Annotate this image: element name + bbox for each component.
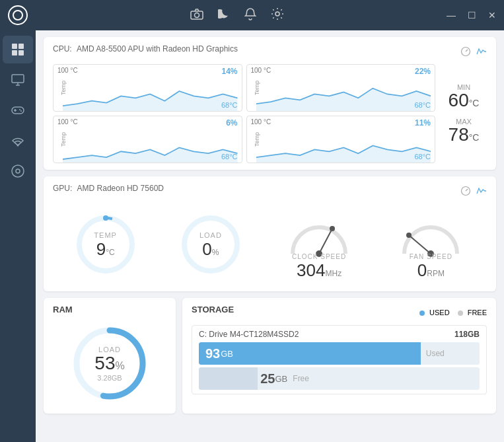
moon-icon[interactable] [218, 8, 230, 23]
gpu-fan-svg [394, 207, 467, 257]
drive-size: 118GB [454, 330, 480, 339]
svg-rect-5 [12, 50, 17, 55]
cpu-title: CPU: AMD A8-5500 APU with Radeon HD Grap… [53, 44, 238, 54]
gpu-name: AMD Radeon HD 7560D [77, 184, 164, 193]
legend-free: FREE [458, 309, 487, 316]
sidebar-item-disc[interactable] [3, 157, 33, 185]
sidebar-item-home[interactable] [3, 36, 33, 63]
drive-name-row: C: Drive M4-CT128M4SSD2 118GB [199, 330, 480, 339]
sidebar-item-network[interactable] [3, 127, 33, 155]
gpu-load-value-wrap: LOAD 0 % [199, 229, 222, 260]
gpu-clock-unit: MHz [325, 269, 342, 278]
gpu-icon-group [460, 186, 487, 196]
gpu-fan-gauge: FAN SPEED 0 RPM [394, 207, 467, 281]
cpu-content: 100 °C 14% Temp 68°C 100 °C 22% Temp [53, 64, 487, 163]
cpu-graph-4-percent: 11% [415, 118, 431, 128]
used-bar-track: 93 GB Used [199, 342, 480, 365]
bell-icon[interactable] [244, 7, 256, 24]
sidebar-item-monitor[interactable] [3, 66, 33, 94]
ram-load-pct: % [115, 360, 124, 372]
app-logo [8, 5, 28, 25]
free-bar-track: 25 GB Free [199, 367, 480, 390]
svg-point-1 [195, 13, 199, 17]
cpu-graphs: 100 °C 14% Temp 68°C 100 °C 22% Temp [53, 64, 435, 163]
gpu-load-label: LOAD [199, 231, 222, 239]
ram-gauge-wrap: LOAD 53 % 3.28GB [70, 324, 149, 403]
cpu-graph-3-percent: 6% [226, 118, 237, 128]
free-bar-container: 25 GB Free [199, 367, 480, 390]
gpu-fan-value: 0 [417, 260, 427, 281]
free-bar-fill [199, 367, 258, 390]
cpu-card: CPU: AMD A8-5500 APU with Radeon HD Grap… [44, 37, 496, 170]
close-button[interactable]: ✕ [488, 10, 496, 20]
legend-used: USED [419, 309, 450, 316]
cpu-graph-3: 100 °C 6% Temp 68°C [53, 116, 242, 163]
storage-card: STORAGE USED FREE [182, 298, 496, 414]
drive-row: C: Drive M4-CT128M4SSD2 118GB 93 GB Use [192, 325, 487, 394]
cpu-icon-group [460, 46, 487, 57]
cpu-graph-1-percent: 14% [221, 67, 237, 76]
gpu-temp-circle: TEMP 9 °C [73, 211, 139, 277]
sidebar [0, 30, 36, 442]
svg-point-9 [19, 109, 20, 110]
legend-used-label: USED [429, 309, 450, 316]
cpu-min-unit: °C [469, 98, 480, 108]
cpu-graph-1-temp: 68°C [221, 101, 238, 109]
storage-legend: USED FREE [419, 309, 487, 316]
maximize-button[interactable]: ☐ [468, 10, 476, 20]
gpu-temp-value: 9 [96, 239, 106, 260]
gpu-header-row: GPU: AMD Radeon HD 7560D [53, 183, 487, 198]
svg-point-12 [12, 165, 24, 177]
legend-free-label: FREE [468, 309, 487, 316]
svg-point-10 [20, 110, 22, 112]
cpu-min-value: 60 [449, 91, 469, 110]
free-bar-value: 25 [260, 371, 275, 387]
cpu-graph-1: 100 °C 14% Temp 68°C [53, 64, 242, 112]
app-logo-inner [13, 10, 23, 20]
svg-point-13 [16, 169, 20, 173]
gpu-clock-value: 304 [297, 260, 325, 281]
gpu-fan-label: FAN SPEED [410, 253, 452, 260]
gpu-waveform-icon [476, 186, 487, 196]
storage-bars: 93 GB Used 25 [199, 342, 480, 390]
cpu-section-label: CPU: [53, 44, 72, 54]
sidebar-item-gamepad[interactable] [3, 96, 33, 124]
svg-point-22 [330, 226, 335, 231]
gpu-clock-svg [283, 207, 355, 257]
screenshot-icon[interactable] [190, 8, 203, 23]
svg-rect-4 [18, 44, 24, 49]
bottom-section: RAM LOAD 53 % [44, 298, 496, 414]
cpu-graph-4-temp: 68°C [414, 153, 431, 161]
legend-used-dot [419, 311, 425, 316]
cpu-graph-1-max: 100 °C [57, 67, 78, 74]
cpu-graph-3-max: 100 °C [57, 118, 78, 126]
svg-rect-7 [12, 75, 24, 83]
gpu-content: TEMP 9 °C [53, 203, 487, 285]
ram-load-gb: 3.28GB [94, 373, 124, 381]
gpu-load-gauge: LOAD 0 % [178, 211, 244, 277]
cpu-header-row: CPU: AMD A8-5500 APU with Radeon HD Grap… [53, 44, 487, 59]
cpu-min-stat: MIN 60 °C [449, 83, 480, 110]
storage-header: STORAGE USED FREE [192, 305, 487, 320]
free-bar-unit: GB [275, 374, 288, 384]
waveform-icon [476, 46, 487, 57]
cpu-graph-4-max: 100 °C [251, 118, 271, 126]
ram-content: LOAD 53 % 3.28GB [53, 320, 166, 407]
gpu-speedometer-icon [460, 186, 471, 196]
used-bar-fill: 93 GB [199, 342, 421, 365]
cpu-name: AMD A8-5500 APU with Radeon HD Graphics [77, 44, 238, 54]
svg-rect-8 [12, 107, 24, 114]
gpu-section-label: GPU: [53, 184, 72, 193]
cpu-graph-2-svg [256, 77, 431, 112]
cpu-graph-4: 100 °C 11% Temp 68°C [246, 116, 436, 163]
ram-gauge-center: LOAD 53 % 3.28GB [94, 346, 124, 382]
ram-card: RAM LOAD 53 % [44, 298, 176, 414]
storage-title: STORAGE [192, 305, 234, 314]
cpu-max-value: 78 [449, 126, 469, 144]
gpu-clock-label: CLOCK SPEED [292, 253, 346, 260]
cpu-stats: MIN 60 °C MAX 78 °C [441, 64, 487, 163]
gear-icon[interactable] [271, 7, 284, 24]
minimize-button[interactable]: — [447, 10, 456, 20]
gpu-title: GPU: AMD Radeon HD 7560D [53, 183, 164, 193]
gpu-clock-value-wrap: CLOCK SPEED 304 MHz [292, 250, 346, 281]
